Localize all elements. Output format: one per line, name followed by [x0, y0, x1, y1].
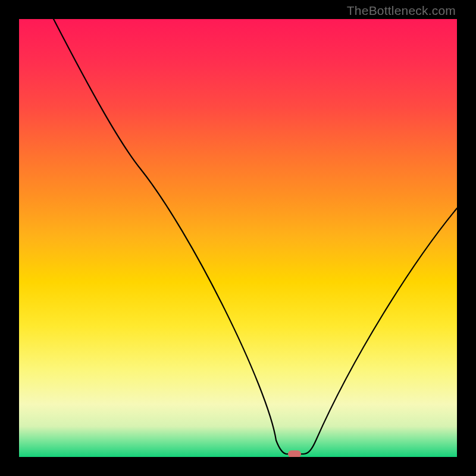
- curve-path: [54, 19, 457, 454]
- bottleneck-curve: [19, 19, 457, 457]
- chart-frame: TheBottleneck.com: [0, 0, 476, 476]
- plot-area: [19, 19, 457, 457]
- optimal-point-marker: [288, 450, 301, 457]
- watermark-text: TheBottleneck.com: [347, 4, 456, 18]
